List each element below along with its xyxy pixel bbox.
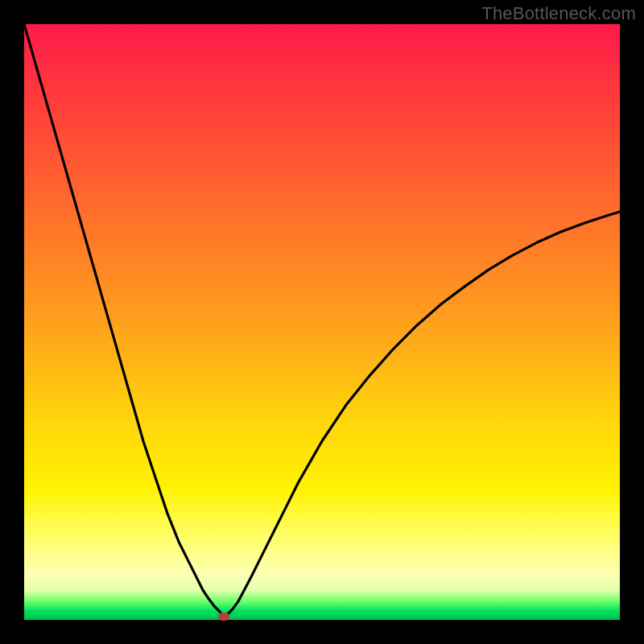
chart-frame: TheBottleneck.com	[0, 0, 644, 644]
plot-area	[24, 24, 620, 620]
watermark-text: TheBottleneck.com	[481, 3, 636, 24]
bottleneck-curve	[24, 24, 620, 620]
optimal-marker	[218, 613, 229, 621]
curve-path	[24, 24, 620, 617]
